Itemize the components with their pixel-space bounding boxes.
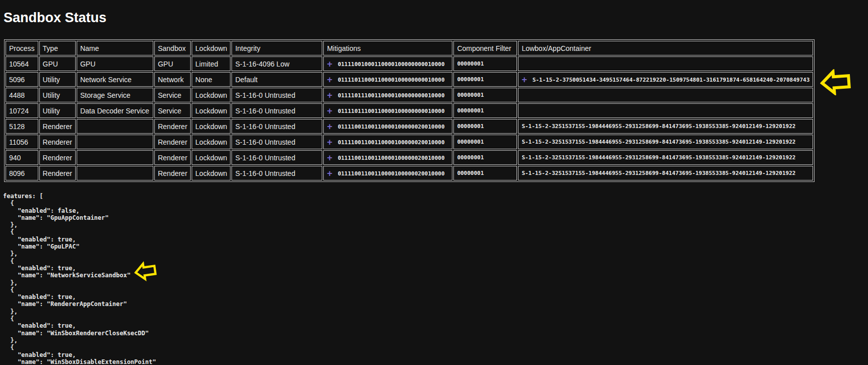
mitigations-value: 01111001000110000100000000010000 [338, 61, 445, 68]
expand-lowbox-icon[interactable]: + [522, 75, 527, 85]
cell-lockdown: Lockdown [192, 150, 230, 165]
column-header-integrity: Integrity [232, 41, 322, 55]
cell-component-filter: 00000001 [453, 103, 517, 118]
cell-component-filter: 00000001 [453, 56, 517, 71]
table-row: 940 Renderer Renderer Lockdown S-1-16-0 … [6, 150, 813, 165]
arrow-left-shape [822, 71, 850, 94]
cell-process: 4488 [6, 88, 38, 102]
cell-name: Storage Service [77, 88, 153, 102]
cell-integrity: S-1-16-0 Untrusted [232, 88, 322, 102]
cell-sandbox: Renderer [154, 135, 191, 149]
cell-mitigations: +01111001100110000100000020010000 [323, 119, 452, 134]
cell-integrity: S-1-16-0 Untrusted [232, 119, 322, 134]
cell-lockdown: Lockdown [192, 135, 230, 149]
expand-mitigations-icon[interactable]: + [327, 59, 332, 69]
cell-mitigations: +01111001100110000100000020010000 [323, 135, 452, 149]
cell-integrity: S-1-16-0 Untrusted [232, 166, 322, 180]
cell-lowbox: S-1-15-2-3251537155-1984446955-293125869… [518, 150, 813, 165]
cell-process: 11056 [6, 135, 38, 149]
cell-type: Renderer [39, 150, 76, 165]
column-header-type: Type [39, 41, 76, 55]
column-header-component-filter: Component Filter [453, 41, 517, 55]
cell-type: GPU [39, 56, 76, 71]
cell-lowbox: S-1-15-2-3251537155-1984446955-293125869… [518, 166, 813, 180]
expand-mitigations-icon[interactable]: + [327, 137, 332, 147]
cell-component-filter: 00000001 [453, 72, 517, 87]
column-header-lowbox-appcontainer: Lowbox/AppContainer [518, 41, 813, 55]
cell-type: Utility [39, 72, 76, 87]
cell-lockdown: None [192, 72, 230, 87]
table-row: 4488 Utility Storage Service Service Loc… [6, 88, 813, 102]
cell-component-filter: 00000001 [453, 135, 517, 149]
cell-sandbox: Network [154, 72, 191, 87]
mitigations-value: 01111001100110000100000020010000 [338, 155, 445, 161]
page-title: Sandbox Status [0, 0, 868, 26]
column-header-sandbox: Sandbox [154, 41, 191, 55]
cell-component-filter: 00000001 [453, 150, 517, 165]
column-header-name: Name [77, 41, 153, 55]
table-row: 8096 Renderer Renderer Lockdown S-1-16-0… [6, 166, 813, 180]
cell-lockdown: Lockdown [192, 88, 230, 102]
cell-type: Utility [39, 103, 76, 118]
expand-mitigations-icon[interactable]: + [327, 106, 332, 116]
annotation-arrow-network-service-row [819, 68, 852, 96]
cell-name: Data Decoder Service [77, 103, 153, 118]
cell-mitigations: +01111001100110000100000020010000 [323, 150, 452, 165]
column-header-lockdown: Lockdown [192, 41, 230, 55]
cell-integrity: S-1-16-4096 Low [232, 56, 322, 71]
cell-lowbox [518, 103, 813, 118]
table-row: 11056 Renderer Renderer Lockdown S-1-16-… [6, 135, 813, 149]
expand-mitigations-icon[interactable]: + [327, 121, 332, 132]
cell-name [77, 119, 153, 134]
cell-sandbox: Service [154, 88, 191, 102]
cell-lowbox: +S-1-15-2-3750051434-3495157464-87221922… [518, 72, 813, 87]
table-row: 5096 Utility Network Service Network Non… [6, 72, 813, 87]
cell-lockdown: Lockdown [192, 119, 230, 134]
cell-sandbox: Renderer [154, 119, 191, 134]
cell-lowbox: S-1-15-2-3251537155-1984446955-293125869… [518, 119, 813, 134]
column-header-mitigations: Mitigations [323, 41, 452, 55]
cell-name [77, 166, 153, 180]
cell-integrity: S-1-16-0 Untrusted [232, 135, 322, 149]
expand-mitigations-icon[interactable]: + [327, 168, 332, 178]
cell-type: Utility [39, 88, 76, 102]
cell-sandbox: GPU [154, 56, 191, 71]
cell-integrity: S-1-16-0 Untrusted [232, 103, 322, 118]
arrow-left-shape [135, 262, 156, 280]
cell-lockdown: Limited [192, 56, 230, 71]
cell-lowbox: S-1-15-2-3251537155-1984446955-293125869… [518, 135, 813, 149]
cell-mitigations: +01111011100110000100000000010000 [323, 103, 452, 118]
cell-lowbox [518, 56, 813, 71]
cell-type: Renderer [39, 119, 76, 134]
cell-lockdown: Lockdown [192, 166, 230, 180]
cell-mitigations: +01111001100110000100000020010000 [323, 166, 452, 180]
lowbox-sid-value: S-1-15-2-3750051434-3495157464-872219220… [533, 77, 810, 83]
table-header-row: Process Type Name Sandbox Lockdown Integ… [6, 41, 813, 55]
mitigations-value: 01111001100110000100000020010000 [338, 124, 445, 130]
cell-sandbox: Renderer [154, 166, 191, 180]
cell-process: 10724 [6, 103, 38, 118]
cell-process: 10564 [6, 56, 38, 71]
expand-mitigations-icon[interactable]: + [327, 153, 332, 163]
mitigations-value: 01111011000110000100000000010000 [338, 77, 445, 83]
annotation-arrow-network-service-sandbox-feature [133, 260, 158, 283]
cell-mitigations: +01111011100110000100000000010000 [323, 88, 452, 102]
cell-type: Renderer [39, 135, 76, 149]
cell-component-filter: 00000001 [453, 119, 517, 134]
mitigations-value: 01111001100110000100000020010000 [338, 170, 445, 177]
cell-component-filter: 00000001 [453, 88, 517, 102]
expand-mitigations-icon[interactable]: + [327, 75, 332, 85]
features-json: features: [ { "enabled": false, "name": … [3, 193, 868, 365]
cell-mitigations: +01111001000110000100000000010000 [323, 56, 452, 71]
cell-name [77, 135, 153, 149]
table-row: 5128 Renderer Renderer Lockdown S-1-16-0… [6, 119, 813, 134]
cell-type: Renderer [39, 166, 76, 180]
cell-integrity: Default [232, 72, 322, 87]
cell-lockdown: Lockdown [192, 103, 230, 118]
expand-mitigations-icon[interactable]: + [327, 90, 332, 100]
cell-name: Network Service [77, 72, 153, 87]
cell-mitigations: +01111011000110000100000000010000 [323, 72, 452, 87]
cell-integrity: S-1-16-0 Untrusted [232, 150, 322, 165]
table-row: 10724 Utility Data Decoder Service Servi… [6, 103, 813, 118]
mitigations-value: 01111011100110000100000000010000 [338, 108, 445, 114]
